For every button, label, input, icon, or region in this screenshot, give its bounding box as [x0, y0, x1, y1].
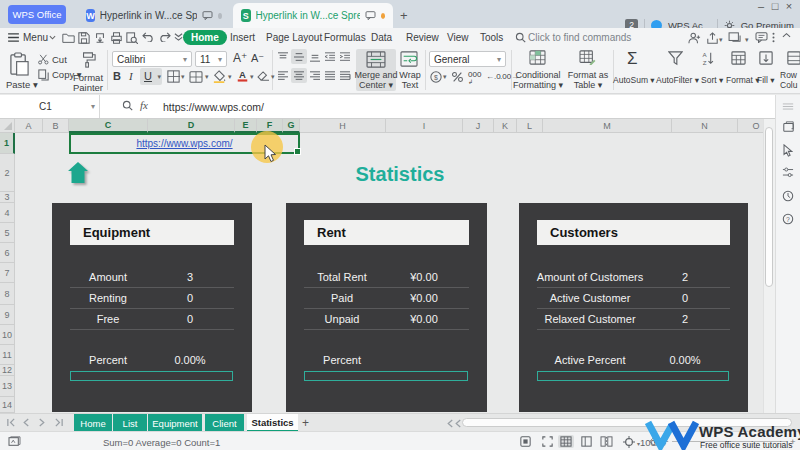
print-icon[interactable] — [110, 32, 123, 44]
column-header-L[interactable]: L — [517, 119, 543, 133]
more-icon[interactable] — [772, 32, 775, 43]
column-header-I[interactable]: I — [386, 119, 463, 133]
format-painter-icon[interactable] — [80, 52, 96, 68]
font-color-icon[interactable]: A — [236, 69, 249, 82]
align-middle-icon[interactable] — [293, 52, 305, 62]
settings-sliders-icon[interactable] — [782, 167, 794, 178]
menu-tab-page-layout[interactable]: Page Layout — [266, 32, 322, 43]
bold-button[interactable]: B — [113, 70, 121, 82]
scroll-left2-icon[interactable] — [454, 419, 462, 428]
row-header-9[interactable]: 9 — [0, 305, 15, 325]
home-icon[interactable] — [67, 159, 89, 187]
normal-view-icon[interactable] — [558, 435, 574, 448]
column-header-A[interactable]: A — [15, 119, 43, 133]
sort-button[interactable]: Sort ▾ — [701, 75, 723, 85]
autosum-button[interactable]: AutoSum ▾ — [613, 75, 655, 85]
wps-office-button[interactable]: WPS Office — [8, 5, 66, 24]
export-share-icon[interactable] — [706, 32, 719, 44]
sheet-tab-list[interactable]: List — [113, 414, 147, 432]
maximize-button[interactable]: □ — [768, 0, 782, 12]
number-format-select[interactable]: General▾ — [429, 51, 506, 67]
save-icon[interactable] — [78, 32, 90, 44]
row-header-2[interactable]: 2 — [0, 154, 15, 192]
increase-indent-icon[interactable] — [339, 52, 351, 62]
minimize-button[interactable]: – — [754, 0, 768, 12]
sort-icon[interactable]: AZ — [701, 51, 716, 66]
align-left-icon[interactable] — [277, 71, 289, 81]
font-size-select[interactable]: 11▾ — [195, 51, 227, 67]
format-as-table-icon[interactable] — [579, 50, 596, 65]
column-header-D[interactable]: D — [148, 119, 235, 133]
autofilter-button[interactable]: AutoFilter ▾ — [656, 75, 699, 85]
column-header-M[interactable]: M — [543, 119, 672, 133]
wrap-text-button[interactable]: WrapText — [398, 70, 422, 90]
copy-icon[interactable] — [38, 69, 49, 81]
borders-icon[interactable] — [167, 70, 180, 83]
add-sheet-button[interactable]: + — [302, 416, 309, 430]
sheet-tab-home[interactable]: Home — [74, 414, 112, 432]
hamburger-icon[interactable] — [8, 33, 19, 42]
page-layout-view-icon[interactable] — [578, 435, 594, 448]
collapse-ribbon-icon[interactable] — [782, 32, 791, 38]
column-header-H[interactable]: H — [300, 119, 386, 133]
new-tab-button[interactable]: + — [400, 8, 408, 23]
decrease-indent-icon[interactable] — [324, 52, 336, 62]
next-sheet-icon[interactable] — [38, 418, 46, 427]
menu-tab-data[interactable]: Data — [371, 32, 392, 43]
magnifier-icon[interactable] — [122, 100, 133, 111]
menu-tab-insert[interactable]: Insert — [230, 32, 255, 43]
cut-button[interactable]: Cut — [52, 54, 67, 65]
fill-color-icon[interactable] — [213, 70, 226, 83]
vertical-scrollbar-thumb[interactable] — [765, 127, 773, 287]
custom-view-icon[interactable] — [621, 435, 637, 448]
eraser-icon[interactable] — [257, 71, 270, 82]
wrap-text-icon[interactable] — [400, 51, 418, 67]
rows-cols-icon[interactable] — [787, 51, 800, 65]
row-header-5[interactable]: 5 — [0, 223, 15, 243]
percent-icon[interactable] — [451, 71, 464, 83]
conditional-formatting-icon[interactable] — [529, 50, 546, 65]
grow-font-button[interactable]: A⁺ — [233, 51, 247, 65]
menu-tab-tools[interactable]: Tools — [480, 32, 503, 43]
sheet-tab-client[interactable]: Client — [205, 414, 244, 432]
row-header-12[interactable]: 12 — [0, 365, 15, 376]
open-icon[interactable] — [62, 32, 75, 43]
row-header-6[interactable]: 6 — [0, 243, 15, 263]
paste-icon[interactable] — [9, 52, 30, 77]
document-tab[interactable]: WHyperlink in W...ce Spreadsheet — [78, 3, 230, 28]
align-right-icon[interactable] — [309, 71, 321, 81]
format-as-table-button[interactable]: Format asTable ▾ — [564, 70, 612, 90]
column-header-G[interactable]: G — [283, 119, 300, 133]
macro-icon[interactable] — [8, 436, 21, 447]
page-break-view-icon[interactable] — [598, 435, 614, 448]
row-header-14[interactable]: 14 — [0, 397, 15, 413]
row-header-8[interactable]: 8 — [0, 283, 15, 305]
row-header-4[interactable]: 4 — [0, 203, 15, 223]
align-center-icon[interactable] — [293, 71, 305, 81]
rows-cols-button[interactable]: RowColu — [780, 70, 800, 90]
undo-icon[interactable] — [142, 32, 155, 42]
row-header-7[interactable]: 7 — [0, 263, 15, 283]
row-header-3[interactable]: 3 — [0, 192, 15, 203]
row-header-10[interactable]: 10 — [0, 325, 15, 345]
history-icon[interactable] — [782, 190, 794, 202]
close-button[interactable]: × — [782, 0, 796, 12]
menu-button[interactable]: Menu — [23, 32, 48, 43]
print-preview-icon[interactable] — [126, 32, 138, 44]
share-user-icon[interactable] — [688, 32, 701, 44]
underline-button[interactable]: U▾ — [140, 68, 162, 85]
italic-button[interactable]: I — [129, 70, 133, 82]
comment-icon[interactable] — [755, 32, 768, 43]
menu-tab-home[interactable]: Home — [183, 30, 227, 45]
name-box[interactable]: C1 ▾ — [0, 95, 100, 118]
column-header-C[interactable]: C — [69, 119, 148, 133]
menu-tab-formulas[interactable]: Formulas — [324, 32, 366, 43]
pointer-tool-icon[interactable] — [782, 144, 793, 157]
column-header-B[interactable]: B — [43, 119, 69, 133]
merge-center-icon[interactable] — [366, 51, 386, 68]
autofilter-icon[interactable] — [668, 51, 683, 66]
document-tab[interactable]: SHyperlink in W...ce Spreadsheet — [233, 3, 393, 28]
align-top-icon[interactable] — [277, 52, 289, 62]
prev-sheet-icon[interactable] — [22, 418, 30, 427]
menu-tab-view[interactable]: View — [447, 32, 469, 43]
